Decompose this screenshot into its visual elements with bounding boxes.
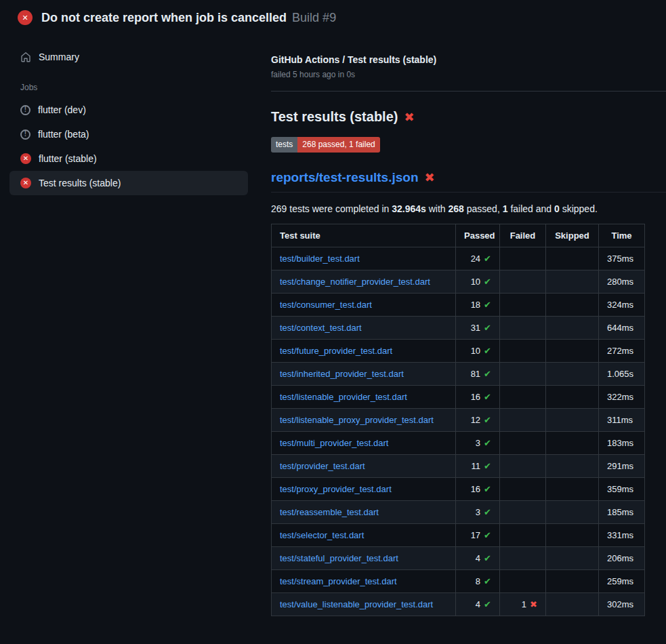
suite-link[interactable]: test/consumer_test.dart (280, 300, 372, 310)
x-icon: ✖ (425, 170, 435, 185)
time-cell: 185ms (599, 500, 645, 523)
suite-link[interactable]: test/multi_provider_test.dart (280, 438, 388, 448)
failed-cell: 1✖ (500, 592, 546, 616)
failed-status-icon: ✕ (18, 10, 33, 25)
count-value: 11 (472, 461, 481, 471)
suite-link[interactable]: test/stateful_provider_test.dart (280, 553, 398, 563)
x-circle-icon: ✕ (20, 178, 31, 188)
suite-link[interactable]: test/listenable_provider_test.dart (280, 392, 407, 402)
suite-link[interactable]: test/selector_test.dart (280, 530, 364, 540)
passed-cell: 31✔ (456, 316, 500, 339)
sidebar-item-label: flutter (beta) (38, 129, 89, 140)
summary-passed-count: 268 (449, 203, 464, 214)
divider (271, 91, 666, 92)
passed-cell: 11✔ (456, 454, 500, 477)
time-cell: 375ms (599, 247, 645, 270)
failed-cell (500, 569, 546, 592)
passed-cell: 8✔ (456, 569, 500, 592)
report-link[interactable]: reports/test-results.json (271, 170, 419, 185)
failed-cell (500, 431, 546, 454)
suite-cell: test/future_provider_test.dart (272, 339, 456, 362)
summary-text: skipped. (560, 203, 598, 214)
suite-cell: test/provider_test.dart (272, 454, 456, 477)
passed-cell: 81✔ (456, 362, 500, 385)
build-title: Do not create report when job is cancell… (41, 11, 287, 25)
skipped-cell (546, 431, 599, 454)
suite-link[interactable]: test/reassemble_test.dart (280, 507, 379, 517)
failed-cell (500, 316, 546, 339)
sidebar: Summary Jobs ! flutter (dev) ! flutter (… (0, 34, 257, 644)
table-row: test/change_notifier_provider_test.dart … (272, 270, 645, 293)
skipped-cell (546, 523, 599, 546)
suite-link[interactable]: test/provider_test.dart (280, 461, 365, 471)
time-cell: 644ms (599, 316, 645, 339)
table-row: test/future_provider_test.dart 10✔ 272ms (272, 339, 645, 362)
check-icon: ✔ (484, 323, 491, 333)
passed-cell: 4✔ (456, 592, 500, 616)
table-row: test/context_test.dart 31✔ 644ms (272, 316, 645, 339)
x-icon: ✖ (404, 110, 414, 125)
sidebar-job-item[interactable]: ! flutter (dev) (9, 98, 248, 122)
summary-line: 269 tests were completed in 32.964s with… (271, 203, 666, 214)
badge-row: tests 268 passed, 1 failed (271, 137, 666, 153)
failed-cell (500, 270, 546, 293)
suite-link[interactable]: test/stream_provider_test.dart (280, 576, 397, 586)
suite-link[interactable]: test/listenable_proxy_provider_test.dart (280, 415, 434, 425)
failed-cell (500, 385, 546, 408)
time-cell: 206ms (599, 546, 645, 569)
table-row: test/consumer_test.dart 18✔ 324ms (272, 293, 645, 316)
section-title: Test results (stable) ✖ (271, 109, 666, 125)
skipped-cell (546, 500, 599, 523)
failed-cell (500, 339, 546, 362)
passed-cell: 18✔ (456, 293, 500, 316)
sidebar-item-label: Summary (39, 52, 79, 62)
time-cell: 311ms (599, 408, 645, 431)
suite-link[interactable]: test/inherited_provider_test.dart (280, 369, 404, 379)
suite-link[interactable]: test/proxy_provider_test.dart (280, 484, 392, 494)
check-icon: ✔ (484, 461, 491, 471)
skipped-cell (546, 454, 599, 477)
count-value: 16 (471, 392, 480, 402)
failed-cell (500, 546, 546, 569)
column-header: Time (599, 224, 645, 247)
suite-cell: test/consumer_test.dart (272, 293, 456, 316)
table-row: test/listenable_proxy_provider_test.dart… (272, 408, 645, 431)
suite-link[interactable]: test/builder_test.dart (280, 254, 360, 264)
suite-link[interactable]: test/future_provider_test.dart (280, 346, 392, 356)
table-row: test/inherited_provider_test.dart 81✔ 1.… (272, 362, 645, 385)
check-icon: ✔ (484, 392, 491, 402)
sidebar-item-label: Test results (stable) (39, 178, 121, 188)
summary-failed-count: 1 (503, 203, 508, 214)
breadcrumb: GitHub Actions / Test results (stable) (271, 54, 666, 65)
suite-link[interactable]: test/value_listenable_provider_test.dart (280, 599, 433, 609)
check-icon: ✔ (484, 599, 491, 609)
passed-cell: 10✔ (456, 270, 500, 293)
table-row: test/stream_provider_test.dart 8✔ 259ms (272, 569, 645, 592)
sidebar-item-summary[interactable]: Summary (9, 45, 248, 69)
failed-cell (500, 500, 546, 523)
check-icon: ✔ (484, 553, 491, 563)
check-icon: ✔ (484, 507, 491, 517)
column-header: Test suite (272, 224, 456, 247)
table-row: test/value_listenable_provider_test.dart… (272, 592, 645, 616)
run-status-text: failed 5 hours ago in 0s (271, 70, 666, 79)
passed-cell: 17✔ (456, 523, 500, 546)
jobs-section-label: Jobs (20, 83, 248, 92)
time-cell: 291ms (599, 454, 645, 477)
suite-cell: test/value_listenable_provider_test.dart (272, 592, 456, 616)
section-title-text: Test results (stable) (271, 109, 398, 125)
count-value: 4 (476, 553, 480, 563)
suite-link[interactable]: test/context_test.dart (280, 323, 362, 333)
sidebar-job-item[interactable]: ✕ flutter (stable) (9, 146, 248, 171)
failed-cell (500, 247, 546, 270)
suite-cell: test/inherited_provider_test.dart (272, 362, 456, 385)
table-row: test/reassemble_test.dart 3✔ 185ms (272, 500, 645, 523)
check-icon: ✔ (484, 277, 491, 287)
results-table-head-row: Test suitePassedFailedSkippedTime (272, 224, 645, 247)
x-circle-icon: ✕ (20, 153, 31, 164)
count-value: 18 (471, 300, 480, 310)
sidebar-job-item[interactable]: ✕ Test results (stable) (9, 171, 248, 195)
sidebar-job-item[interactable]: ! flutter (beta) (9, 122, 248, 146)
suite-link[interactable]: test/change_notifier_provider_test.dart (280, 277, 430, 287)
table-row: test/listenable_provider_test.dart 16✔ 3… (272, 385, 645, 408)
